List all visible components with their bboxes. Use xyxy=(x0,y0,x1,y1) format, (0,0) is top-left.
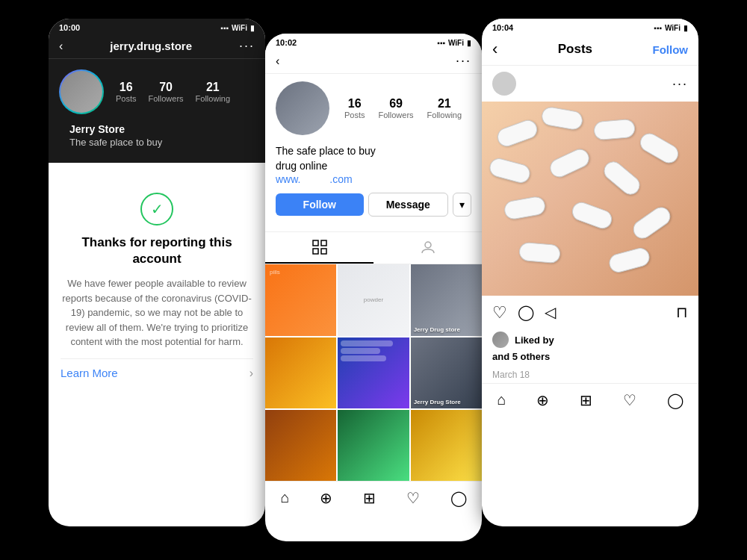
stats-group-2: 16 Posts 69 Followers 21 Following xyxy=(344,97,462,119)
battery-icon: ▮ xyxy=(250,24,255,32)
bio-section-2: The safe place to buy drug online www. .… xyxy=(276,143,471,193)
action-icons-left: ♡ ◯ ◁ xyxy=(492,303,556,323)
wifi-icon-2: WiFi xyxy=(448,39,464,47)
home-icon-2[interactable]: ⌂ xyxy=(280,489,289,507)
profile-stats-row: 16 Posts 70 Followers 21 Following xyxy=(59,63,255,120)
post-avatar xyxy=(492,72,516,96)
heart-icon-2[interactable]: ♡ xyxy=(406,489,420,507)
follow-button[interactable]: Follow xyxy=(276,193,364,216)
add-icon-2[interactable]: ⊞ xyxy=(363,489,376,507)
message-button[interactable]: Message xyxy=(368,193,449,217)
pill-5 xyxy=(488,156,533,184)
liked-by-avatar xyxy=(492,332,509,348)
liked-by-row: Liked by xyxy=(492,332,688,348)
grid-photo-8[interactable] xyxy=(338,410,409,481)
followers-stat-2: 69 Followers xyxy=(379,97,414,119)
followers-label: Followers xyxy=(149,94,184,103)
svg-point-4 xyxy=(425,242,431,248)
tab-grid[interactable] xyxy=(265,232,374,264)
svg-rect-0 xyxy=(313,240,318,246)
options-dots-2[interactable]: ··· xyxy=(456,53,471,69)
grid-photo-5[interactable] xyxy=(338,337,409,408)
profile-icon-3[interactable]: ◯ xyxy=(667,391,684,409)
signal-icon-2: ▪▪▪ xyxy=(437,39,445,47)
status-time-1: 10:00 xyxy=(59,23,80,32)
back-button-3[interactable]: ‹ xyxy=(492,40,498,59)
grid-photo-6[interactable]: Jerry Drug Store xyxy=(411,337,482,408)
pill-12 xyxy=(607,246,652,274)
profile-icon-2[interactable]: ◯ xyxy=(450,489,467,507)
followers-count: 70 xyxy=(159,81,173,94)
wifi-icon: WiFi xyxy=(232,24,247,32)
bio-line1: The safe place to buy xyxy=(276,144,471,159)
followers-count-2: 69 xyxy=(389,97,403,111)
following-label: Following xyxy=(196,94,230,103)
battery-icon-3: ▮ xyxy=(684,24,688,32)
tab-profile[interactable] xyxy=(374,232,482,264)
status-icons-3: ▪▪▪ WiFi ▮ xyxy=(654,24,688,32)
pill-11 xyxy=(518,242,561,264)
share-icon[interactable]: ◁ xyxy=(545,303,556,323)
profile-name-1: Jerry Store xyxy=(59,120,255,137)
pill-2 xyxy=(540,105,584,131)
grid-label-6: Jerry Drug Store xyxy=(414,399,461,405)
search-icon-3[interactable]: ⊕ xyxy=(536,391,549,409)
status-bar-3: 10:04 ▪▪▪ WiFi ▮ xyxy=(482,19,698,34)
status-icons-1: ▪▪▪ WiFi ▮ xyxy=(220,24,255,32)
status-bar-2: 10:02 ▪▪▪ WiFi ▮ xyxy=(265,34,482,49)
bio-url[interactable]: www. .com xyxy=(276,173,471,185)
bottom-nav-2: ⌂ ⊕ ⊞ ♡ ◯ xyxy=(265,481,482,513)
photo-grid: pills powder Jerry Drug store Jerry Drug… xyxy=(265,264,482,481)
liked-by-label: Liked by xyxy=(515,335,554,346)
grid-photo-9[interactable] xyxy=(411,410,482,481)
follow-nav-button[interactable]: Follow xyxy=(653,43,689,56)
pills-display xyxy=(482,102,698,296)
add-icon-3[interactable]: ⊞ xyxy=(580,391,592,409)
grid-photo-4[interactable] xyxy=(265,337,336,408)
comment-icon[interactable]: ◯ xyxy=(518,303,534,323)
bookmark-icon[interactable]: ⊓ xyxy=(676,303,688,323)
status-time-2: 10:02 xyxy=(276,38,297,47)
search-icon-2[interactable]: ⊕ xyxy=(320,489,332,507)
status-time-3: 10:04 xyxy=(492,23,513,32)
grid-photo-2[interactable]: powder xyxy=(338,264,409,335)
grid-photo-1[interactable]: pills xyxy=(265,264,336,335)
and-others-text: and 5 others xyxy=(492,351,688,362)
following-count-2: 21 xyxy=(438,97,451,111)
phone-screenshot-3: 10:04 ▪▪▪ WiFi ▮ ‹ Posts Follow ··· xyxy=(482,19,698,526)
dropdown-button[interactable]: ▾ xyxy=(453,193,471,217)
status-bar-1: 10:00 ▪▪▪ WiFi ▮ xyxy=(49,19,265,34)
options-dots-1[interactable]: ··· xyxy=(239,38,255,54)
liked-by-section: Liked by and 5 others xyxy=(482,330,698,367)
status-icons-2: ▪▪▪ WiFi ▮ xyxy=(437,39,471,47)
back-button-1[interactable]: ‹ xyxy=(59,40,63,53)
grid-icon xyxy=(312,240,327,255)
phone-screenshot-2: 10:02 ▪▪▪ WiFi ▮ ‹ ··· 16 Posts xyxy=(265,34,482,541)
pill-6 xyxy=(547,146,592,181)
like-icon[interactable]: ♡ xyxy=(492,303,507,323)
grid-photo-3[interactable]: Jerry Drug store xyxy=(411,264,482,335)
following-stat-2: 21 Following xyxy=(427,97,462,119)
avatar-1 xyxy=(59,69,104,114)
followers-stat: 70 Followers xyxy=(149,81,184,103)
pill-8 xyxy=(503,195,547,220)
person-tab-icon xyxy=(421,240,436,255)
back-button-2[interactable]: ‹ xyxy=(276,55,279,68)
following-count: 21 xyxy=(206,81,220,94)
tabs-row xyxy=(265,231,482,264)
options-dots-3[interactable]: ··· xyxy=(672,76,688,92)
learn-more-link[interactable]: Learn More xyxy=(61,367,118,379)
chevron-right-icon: › xyxy=(249,367,253,380)
profile-header-dark: 16 Posts 70 Followers 21 Following Jerry… xyxy=(49,59,265,163)
posts-label-2: Posts xyxy=(344,111,365,119)
heart-icon-3[interactable]: ♡ xyxy=(623,391,636,409)
grid-photo-7[interactable] xyxy=(265,410,336,481)
stats-group-1: 16 Posts 70 Followers 21 Following xyxy=(116,81,230,103)
report-title: Thanks for reporting this account xyxy=(61,234,253,267)
svg-rect-2 xyxy=(313,249,318,254)
profile-section-2: 16 Posts 69 Followers 21 Following The s… xyxy=(265,74,482,231)
posts-stat-2: 16 Posts xyxy=(344,97,365,119)
home-icon-3[interactable]: ⌂ xyxy=(497,391,506,409)
nav-bar-1: ‹ jerry.drug.store ··· xyxy=(49,34,265,59)
posts-stat: 16 Posts xyxy=(116,81,137,103)
